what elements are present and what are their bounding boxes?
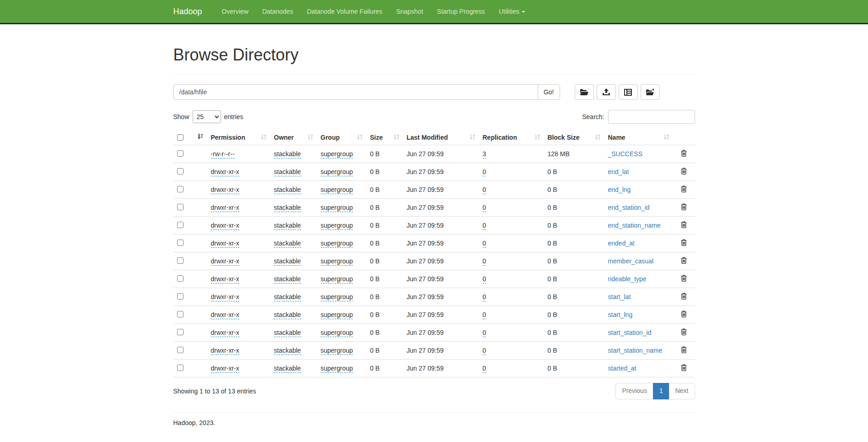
row-checkbox[interactable] bbox=[177, 204, 183, 210]
permission-value[interactable]: drwxr-xr-x bbox=[211, 222, 239, 230]
group-value[interactable]: supergroup bbox=[321, 186, 353, 194]
owner-value[interactable]: stackable bbox=[274, 204, 301, 212]
permission-value[interactable]: drwxr-xr-x bbox=[211, 204, 239, 212]
file-name-link[interactable]: end_lat bbox=[608, 168, 629, 175]
search-input[interactable] bbox=[608, 110, 695, 124]
replication-value[interactable]: 0 bbox=[483, 275, 486, 284]
permission-value[interactable]: drwxr-xr-x bbox=[211, 347, 239, 355]
row-checkbox[interactable] bbox=[177, 293, 183, 300]
list-view-button[interactable] bbox=[619, 84, 638, 100]
replication-value[interactable]: 0 bbox=[483, 329, 486, 337]
file-name-link[interactable]: started_at bbox=[608, 365, 636, 372]
group-value[interactable]: supergroup bbox=[321, 222, 353, 230]
header-permission[interactable]: Permission bbox=[207, 130, 270, 145]
file-name-link[interactable]: end_lng bbox=[608, 186, 631, 193]
owner-value[interactable]: stackable bbox=[274, 365, 301, 373]
replication-value[interactable]: 0 bbox=[483, 222, 486, 230]
owner-value[interactable]: stackable bbox=[274, 186, 301, 194]
group-value[interactable]: supergroup bbox=[321, 365, 353, 373]
permission-value[interactable]: drwxr-xr-x bbox=[211, 293, 239, 301]
file-name-link[interactable]: start_lat bbox=[608, 293, 631, 300]
replication-value[interactable]: 0 bbox=[483, 293, 486, 301]
owner-value[interactable]: stackable bbox=[274, 222, 301, 230]
replication-value[interactable]: 0 bbox=[483, 365, 486, 373]
permission-value[interactable]: drwxr-xr-x bbox=[211, 257, 239, 266]
replication-value[interactable]: 0 bbox=[483, 311, 486, 319]
row-checkbox[interactable] bbox=[177, 347, 183, 353]
delete-button[interactable] bbox=[681, 364, 687, 372]
header-replication[interactable]: Replication bbox=[479, 130, 544, 145]
row-checkbox[interactable] bbox=[177, 365, 183, 371]
nav-item-snapshot[interactable]: Snapshot bbox=[389, 0, 430, 23]
permission-value[interactable]: drwxr-xr-x bbox=[211, 329, 239, 337]
brand-hadoop[interactable]: Hadoop bbox=[173, 0, 202, 23]
file-name-link[interactable]: start_station_name bbox=[608, 347, 663, 354]
permission-value[interactable]: drwxr-xr-x bbox=[211, 275, 239, 284]
file-name-link[interactable]: start_lng bbox=[608, 311, 633, 318]
header-block-size[interactable]: Block Size bbox=[544, 130, 604, 145]
group-value[interactable]: supergroup bbox=[321, 275, 353, 284]
row-checkbox[interactable] bbox=[177, 311, 183, 317]
group-value[interactable]: supergroup bbox=[321, 240, 353, 248]
delete-button[interactable] bbox=[681, 328, 687, 337]
owner-value[interactable]: stackable bbox=[274, 275, 301, 284]
file-name-link[interactable]: member_casual bbox=[608, 257, 654, 265]
permission-value[interactable]: -rw-r--r-- bbox=[211, 150, 235, 158]
nav-item-overview[interactable]: Overview bbox=[215, 0, 255, 23]
header-owner[interactable]: Owner bbox=[270, 130, 317, 145]
next-page-button[interactable]: Next bbox=[669, 383, 695, 399]
previous-page-button[interactable]: Previous bbox=[615, 383, 653, 399]
nav-item-startup-progress[interactable]: Startup Progress bbox=[430, 0, 492, 23]
owner-value[interactable]: stackable bbox=[274, 257, 301, 266]
delete-button[interactable] bbox=[681, 275, 687, 283]
header-size[interactable]: Size bbox=[367, 130, 403, 145]
group-value[interactable]: supergroup bbox=[321, 150, 353, 158]
file-name-link[interactable]: end_station_id bbox=[608, 204, 650, 211]
replication-value[interactable]: 3 bbox=[483, 150, 486, 158]
group-value[interactable]: supergroup bbox=[321, 293, 353, 301]
group-value[interactable]: supergroup bbox=[321, 257, 353, 266]
file-name-link[interactable]: end_station_name bbox=[608, 222, 661, 229]
delete-button[interactable] bbox=[681, 168, 687, 176]
nav-item-datanode-volume-failures[interactable]: Datanode Volume Failures bbox=[300, 0, 389, 23]
delete-button[interactable] bbox=[681, 239, 687, 247]
select-all-checkbox[interactable] bbox=[177, 134, 183, 141]
replication-value[interactable]: 0 bbox=[483, 257, 486, 266]
directory-path-input[interactable] bbox=[173, 84, 538, 100]
permission-value[interactable]: drwxr-xr-x bbox=[211, 186, 239, 194]
permission-value[interactable]: drwxr-xr-x bbox=[211, 240, 239, 248]
file-name-link[interactable]: ended_at bbox=[608, 240, 635, 247]
permission-value[interactable]: drwxr-xr-x bbox=[211, 168, 239, 176]
create-directory-button[interactable] bbox=[575, 84, 594, 100]
group-value[interactable]: supergroup bbox=[321, 311, 353, 319]
delete-button[interactable] bbox=[681, 293, 687, 301]
replication-value[interactable]: 0 bbox=[483, 186, 486, 194]
header-name[interactable]: Name bbox=[604, 130, 673, 145]
row-checkbox[interactable] bbox=[177, 257, 183, 264]
delete-button[interactable] bbox=[681, 186, 687, 194]
owner-value[interactable]: stackable bbox=[274, 168, 301, 176]
owner-value[interactable]: stackable bbox=[274, 240, 301, 248]
owner-value[interactable]: stackable bbox=[274, 311, 301, 319]
select-all-header[interactable] bbox=[173, 130, 207, 145]
owner-value[interactable]: stackable bbox=[274, 329, 301, 337]
permission-value[interactable]: drwxr-xr-x bbox=[211, 365, 239, 373]
owner-value[interactable]: stackable bbox=[274, 347, 301, 355]
replication-value[interactable]: 0 bbox=[483, 204, 486, 212]
row-checkbox[interactable] bbox=[177, 222, 183, 228]
nav-item-utilities-dropdown[interactable]: Utilities bbox=[492, 0, 532, 23]
permission-value[interactable]: drwxr-xr-x bbox=[211, 311, 239, 319]
upload-files-button[interactable] bbox=[597, 84, 616, 100]
delete-button[interactable] bbox=[681, 257, 687, 265]
page-size-select[interactable]: 25 bbox=[193, 110, 221, 123]
file-name-link[interactable]: _SUCCESS bbox=[608, 150, 642, 158]
page-1-button[interactable]: 1 bbox=[653, 383, 669, 399]
nav-item-datanodes[interactable]: Datanodes bbox=[255, 0, 300, 23]
move-to-trash-toggle-button[interactable] bbox=[641, 84, 660, 100]
row-checkbox[interactable] bbox=[177, 329, 183, 335]
row-checkbox[interactable] bbox=[177, 186, 183, 192]
replication-value[interactable]: 0 bbox=[483, 347, 486, 355]
file-name-link[interactable]: start_station_id bbox=[608, 329, 652, 336]
group-value[interactable]: supergroup bbox=[321, 329, 353, 337]
owner-value[interactable]: stackable bbox=[274, 150, 301, 158]
